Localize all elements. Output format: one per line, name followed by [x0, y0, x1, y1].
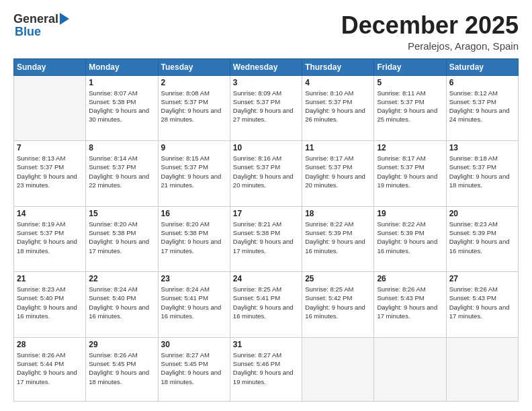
day-sunset: Sunset: 5:37 PM: [233, 163, 299, 171]
calendar-day-cell: 8 Sunrise: 8:14 AM Sunset: 5:37 PM Dayli…: [86, 141, 158, 207]
calendar-day-cell: [374, 337, 446, 401]
day-number: 9: [161, 143, 227, 152]
day-number: 27: [449, 274, 515, 283]
calendar-week-row: 21 Sunrise: 8:23 AM Sunset: 5:40 PM Dayl…: [14, 272, 519, 338]
logo-general-text: General: [13, 12, 58, 26]
day-number: 16: [161, 209, 227, 218]
day-sunrise: Sunrise: 8:07 AM: [89, 89, 154, 97]
calendar-day-cell: 29 Sunrise: 8:26 AM Sunset: 5:45 PM Dayl…: [86, 337, 158, 401]
day-number: 5: [377, 78, 443, 87]
col-monday: Monday: [86, 58, 158, 75]
day-sunset: Sunset: 5:43 PM: [449, 293, 515, 302]
day-number: 26: [377, 274, 443, 283]
day-daylight: Daylight: 9 hours and 18 minutes.: [449, 172, 515, 190]
day-sunset: Sunset: 5:43 PM: [377, 293, 443, 302]
day-sunset: Sunset: 5:45 PM: [89, 359, 154, 368]
day-number: 21: [17, 274, 83, 283]
day-sunrise: Sunrise: 8:20 AM: [161, 220, 227, 228]
day-number: 29: [89, 340, 154, 349]
day-daylight: Daylight: 9 hours and 16 minutes.: [305, 303, 371, 321]
day-sunset: Sunset: 5:37 PM: [305, 97, 371, 106]
day-daylight: Daylight: 9 hours and 17 minutes.: [449, 303, 515, 321]
calendar-day-cell: 30 Sunrise: 8:27 AM Sunset: 5:45 PM Dayl…: [158, 337, 230, 401]
calendar-day-cell: 26 Sunrise: 8:26 AM Sunset: 5:43 PM Dayl…: [374, 272, 446, 338]
day-daylight: Daylight: 9 hours and 17 minutes.: [233, 237, 299, 255]
day-sunset: Sunset: 5:40 PM: [17, 293, 83, 302]
col-thursday: Thursday: [302, 58, 374, 75]
day-sunset: Sunset: 5:37 PM: [449, 163, 515, 171]
day-sunrise: Sunrise: 8:08 AM: [161, 89, 227, 97]
day-sunrise: Sunrise: 8:09 AM: [233, 89, 299, 97]
day-daylight: Daylight: 9 hours and 16 minutes.: [17, 303, 83, 321]
calendar-day-cell: 7 Sunrise: 8:13 AM Sunset: 5:37 PM Dayli…: [14, 141, 86, 207]
day-daylight: Daylight: 9 hours and 16 minutes.: [233, 303, 299, 321]
day-sunrise: Sunrise: 8:26 AM: [377, 285, 443, 293]
day-sunset: Sunset: 5:37 PM: [449, 97, 515, 106]
calendar-day-cell: 23 Sunrise: 8:24 AM Sunset: 5:41 PM Dayl…: [158, 272, 230, 338]
day-daylight: Daylight: 9 hours and 16 minutes.: [377, 237, 443, 255]
logo-arrow-icon: [60, 13, 69, 25]
day-sunrise: Sunrise: 8:27 AM: [161, 351, 227, 359]
day-sunset: Sunset: 5:38 PM: [161, 228, 227, 237]
calendar-day-cell: 13 Sunrise: 8:18 AM Sunset: 5:37 PM Dayl…: [446, 141, 518, 207]
col-tuesday: Tuesday: [158, 58, 230, 75]
day-sunset: Sunset: 5:37 PM: [233, 97, 299, 106]
day-daylight: Daylight: 9 hours and 22 minutes.: [89, 172, 154, 190]
day-daylight: Daylight: 9 hours and 27 minutes.: [233, 106, 299, 124]
day-daylight: Daylight: 9 hours and 20 minutes.: [233, 172, 299, 190]
day-sunset: Sunset: 5:39 PM: [377, 228, 443, 237]
day-sunset: Sunset: 5:42 PM: [305, 293, 371, 302]
day-daylight: Daylight: 9 hours and 23 minutes.: [17, 172, 83, 190]
day-sunset: Sunset: 5:37 PM: [377, 163, 443, 171]
day-sunrise: Sunrise: 8:23 AM: [449, 220, 515, 228]
day-number: 18: [305, 209, 371, 218]
title-section: December 2025 Peralejos, Aragon, Spain: [341, 12, 519, 52]
calendar-day-cell: 20 Sunrise: 8:23 AM Sunset: 5:39 PM Dayl…: [446, 206, 518, 272]
day-sunrise: Sunrise: 8:25 AM: [233, 285, 299, 293]
calendar-day-cell: 3 Sunrise: 8:09 AM Sunset: 5:37 PM Dayli…: [230, 75, 302, 141]
calendar-day-cell: 19 Sunrise: 8:22 AM Sunset: 5:39 PM Dayl…: [374, 206, 446, 272]
day-sunrise: Sunrise: 8:18 AM: [449, 154, 515, 163]
day-number: 28: [17, 340, 83, 349]
day-daylight: Daylight: 9 hours and 21 minutes.: [161, 172, 227, 190]
calendar-day-cell: 11 Sunrise: 8:17 AM Sunset: 5:37 PM Dayl…: [302, 141, 374, 207]
calendar-day-cell: 12 Sunrise: 8:17 AM Sunset: 5:37 PM Dayl…: [374, 141, 446, 207]
day-number: 2: [161, 78, 227, 87]
day-daylight: Daylight: 9 hours and 17 minutes.: [89, 237, 154, 255]
day-daylight: Daylight: 9 hours and 30 minutes.: [89, 106, 154, 124]
day-number: 13: [449, 143, 515, 152]
day-sunrise: Sunrise: 8:19 AM: [17, 220, 83, 228]
day-sunset: Sunset: 5:38 PM: [89, 97, 154, 106]
day-sunrise: Sunrise: 8:23 AM: [17, 285, 83, 293]
col-sunday: Sunday: [14, 58, 86, 75]
day-daylight: Daylight: 9 hours and 25 minutes.: [377, 106, 443, 124]
day-number: 31: [233, 340, 299, 349]
calendar-day-cell: 10 Sunrise: 8:16 AM Sunset: 5:37 PM Dayl…: [230, 141, 302, 207]
day-sunset: Sunset: 5:39 PM: [449, 228, 515, 237]
calendar-day-cell: 31 Sunrise: 8:27 AM Sunset: 5:46 PM Dayl…: [230, 337, 302, 401]
day-sunset: Sunset: 5:40 PM: [89, 293, 154, 302]
day-sunrise: Sunrise: 8:21 AM: [233, 220, 299, 228]
day-sunrise: Sunrise: 8:22 AM: [377, 220, 443, 228]
day-sunrise: Sunrise: 8:15 AM: [161, 154, 227, 163]
calendar-day-cell: [14, 75, 86, 141]
day-number: 4: [305, 78, 371, 87]
day-sunset: Sunset: 5:37 PM: [17, 163, 83, 171]
day-sunset: Sunset: 5:46 PM: [233, 359, 299, 368]
calendar-day-cell: 2 Sunrise: 8:08 AM Sunset: 5:37 PM Dayli…: [158, 75, 230, 141]
calendar-day-cell: [302, 337, 374, 401]
calendar-table: Sunday Monday Tuesday Wednesday Thursday…: [13, 58, 519, 402]
day-daylight: Daylight: 9 hours and 28 minutes.: [161, 106, 227, 124]
day-daylight: Daylight: 9 hours and 16 minutes.: [89, 303, 154, 321]
day-sunrise: Sunrise: 8:10 AM: [305, 89, 371, 97]
calendar-day-cell: 25 Sunrise: 8:25 AM Sunset: 5:42 PM Dayl…: [302, 272, 374, 338]
calendar-day-cell: 15 Sunrise: 8:20 AM Sunset: 5:38 PM Dayl…: [86, 206, 158, 272]
calendar-day-cell: 21 Sunrise: 8:23 AM Sunset: 5:40 PM Dayl…: [14, 272, 86, 338]
day-sunset: Sunset: 5:37 PM: [161, 163, 227, 171]
day-daylight: Daylight: 9 hours and 18 minutes.: [17, 237, 83, 255]
day-daylight: Daylight: 9 hours and 16 minutes.: [305, 237, 371, 255]
day-daylight: Daylight: 9 hours and 16 minutes.: [449, 237, 515, 255]
day-sunset: Sunset: 5:37 PM: [161, 97, 227, 106]
calendar-day-cell: 4 Sunrise: 8:10 AM Sunset: 5:37 PM Dayli…: [302, 75, 374, 141]
day-sunset: Sunset: 5:37 PM: [377, 97, 443, 106]
